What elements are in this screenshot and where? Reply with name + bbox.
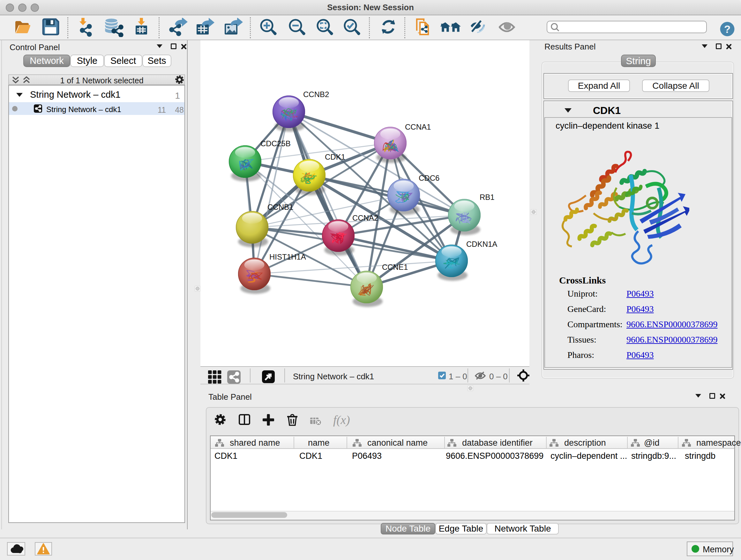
- svg-text:HIST1H1A: HIST1H1A: [269, 253, 306, 261]
- svg-text:?: ?: [724, 23, 731, 35]
- svg-text:CCNE1: CCNE1: [382, 263, 408, 271]
- svg-text:CCNB1: CCNB1: [267, 203, 293, 211]
- svg-text:CDKN1A: CDKN1A: [466, 240, 497, 248]
- svg-text:CCNA2: CCNA2: [352, 213, 378, 222]
- svg-text:CDC25B: CDC25B: [260, 139, 291, 148]
- svg-text:RB1: RB1: [480, 193, 495, 201]
- svg-text:CDC6: CDC6: [419, 174, 440, 182]
- svg-text:CCNA1: CCNA1: [405, 123, 431, 131]
- svg-text:CDK1: CDK1: [325, 152, 345, 161]
- svg-text:CCNB2: CCNB2: [303, 90, 329, 99]
